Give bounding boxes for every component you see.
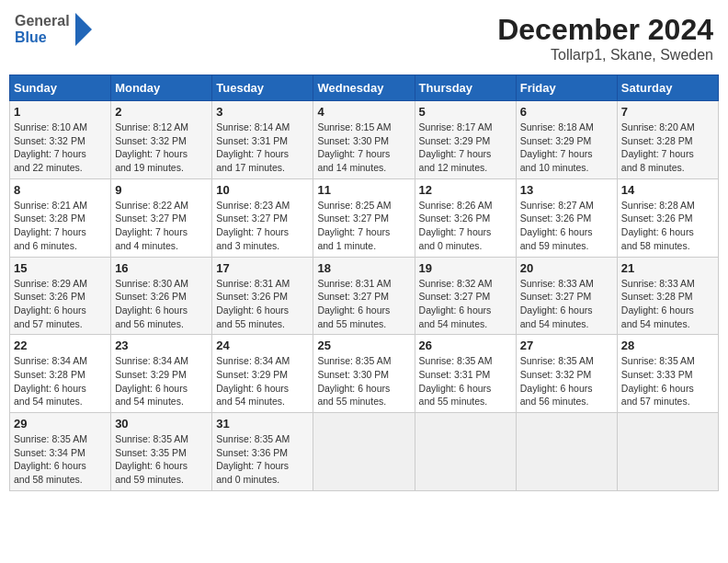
day-info: Sunrise: 8:12 AM Sunset: 3:32 PM Dayligh… <box>115 121 208 175</box>
day-number: 26 <box>419 339 512 352</box>
day-info: Sunrise: 8:35 AM Sunset: 3:31 PM Dayligh… <box>419 354 512 408</box>
day-info: Sunrise: 8:31 AM Sunset: 3:26 PM Dayligh… <box>216 277 309 331</box>
day-cell: 21Sunrise: 8:33 AM Sunset: 3:28 PM Dayli… <box>617 257 718 335</box>
header-cell-sunday: Sunday <box>10 75 111 101</box>
day-info: Sunrise: 8:35 AM Sunset: 3:36 PM Dayligh… <box>216 432 309 487</box>
day-info: Sunrise: 8:29 AM Sunset: 3:26 PM Dayligh… <box>14 277 107 331</box>
day-cell: 1Sunrise: 8:10 AM Sunset: 3:32 PM Daylig… <box>10 101 111 179</box>
day-cell: 9Sunrise: 8:22 AM Sunset: 3:27 PM Daylig… <box>111 178 212 257</box>
day-number: 12 <box>419 183 512 197</box>
day-number: 15 <box>14 261 107 275</box>
day-number: 16 <box>115 261 208 275</box>
day-info: Sunrise: 8:33 AM Sunset: 3:28 PM Dayligh… <box>621 277 714 331</box>
day-number: 20 <box>520 261 613 275</box>
week-row-4: 22Sunrise: 8:34 AM Sunset: 3:28 PM Dayli… <box>10 335 719 413</box>
logo: General Blue <box>15 13 92 46</box>
day-cell: 11Sunrise: 8:25 AM Sunset: 3:27 PM Dayli… <box>313 178 415 257</box>
day-cell: 24Sunrise: 8:34 AM Sunset: 3:29 PM Dayli… <box>212 335 313 413</box>
logo-general: General <box>15 13 70 29</box>
day-cell <box>516 413 617 491</box>
day-cell: 30Sunrise: 8:35 AM Sunset: 3:35 PM Dayli… <box>111 413 212 491</box>
header: General Blue December 2024 Tollarp1, Ska… <box>9 9 719 67</box>
day-number: 21 <box>621 261 714 275</box>
day-cell: 6Sunrise: 8:18 AM Sunset: 3:29 PM Daylig… <box>516 101 617 179</box>
day-cell: 5Sunrise: 8:17 AM Sunset: 3:29 PM Daylig… <box>415 101 516 179</box>
day-cell: 7Sunrise: 8:20 AM Sunset: 3:28 PM Daylig… <box>617 101 718 179</box>
calendar-title: December 2024 <box>497 13 713 47</box>
day-info: Sunrise: 8:34 AM Sunset: 3:29 PM Dayligh… <box>115 354 208 408</box>
week-row-5: 29Sunrise: 8:35 AM Sunset: 3:34 PM Dayli… <box>10 413 719 491</box>
day-number: 23 <box>115 339 208 352</box>
day-cell <box>415 413 516 491</box>
day-cell: 10Sunrise: 8:23 AM Sunset: 3:27 PM Dayli… <box>212 178 313 257</box>
header-cell-thursday: Thursday <box>415 75 516 101</box>
header-cell-saturday: Saturday <box>617 75 718 101</box>
day-info: Sunrise: 8:35 AM Sunset: 3:32 PM Dayligh… <box>520 354 613 408</box>
day-number: 7 <box>621 105 714 119</box>
day-cell: 14Sunrise: 8:28 AM Sunset: 3:26 PM Dayli… <box>617 178 718 257</box>
day-cell: 12Sunrise: 8:26 AM Sunset: 3:26 PM Dayli… <box>415 178 516 257</box>
day-number: 27 <box>520 339 613 352</box>
day-info: Sunrise: 8:20 AM Sunset: 3:28 PM Dayligh… <box>621 121 714 175</box>
day-cell: 17Sunrise: 8:31 AM Sunset: 3:26 PM Dayli… <box>212 257 313 335</box>
day-cell: 16Sunrise: 8:30 AM Sunset: 3:26 PM Dayli… <box>111 257 212 335</box>
day-info: Sunrise: 8:30 AM Sunset: 3:26 PM Dayligh… <box>115 277 208 331</box>
day-cell: 20Sunrise: 8:33 AM Sunset: 3:27 PM Dayli… <box>516 257 617 335</box>
day-info: Sunrise: 8:35 AM Sunset: 3:34 PM Dayligh… <box>14 432 107 487</box>
day-number: 13 <box>520 183 613 197</box>
day-cell: 26Sunrise: 8:35 AM Sunset: 3:31 PM Dayli… <box>415 335 516 413</box>
day-number: 25 <box>317 339 410 352</box>
day-cell: 2Sunrise: 8:12 AM Sunset: 3:32 PM Daylig… <box>111 101 212 179</box>
day-info: Sunrise: 8:10 AM Sunset: 3:32 PM Dayligh… <box>14 121 107 175</box>
day-info: Sunrise: 8:28 AM Sunset: 3:26 PM Dayligh… <box>621 199 714 253</box>
title-area: December 2024 Tollarp1, Skane, Sweden <box>497 13 713 63</box>
calendar-header: SundayMondayTuesdayWednesdayThursdayFrid… <box>10 75 719 101</box>
day-cell: 22Sunrise: 8:34 AM Sunset: 3:28 PM Dayli… <box>10 335 111 413</box>
day-info: Sunrise: 8:14 AM Sunset: 3:31 PM Dayligh… <box>216 121 309 175</box>
day-number: 1 <box>14 105 107 119</box>
day-info: Sunrise: 8:26 AM Sunset: 3:26 PM Dayligh… <box>419 199 512 253</box>
day-number: 8 <box>14 183 107 197</box>
week-row-1: 1Sunrise: 8:10 AM Sunset: 3:32 PM Daylig… <box>10 101 719 179</box>
day-info: Sunrise: 8:33 AM Sunset: 3:27 PM Dayligh… <box>520 277 613 331</box>
calendar-body: 1Sunrise: 8:10 AM Sunset: 3:32 PM Daylig… <box>10 101 719 491</box>
day-number: 4 <box>317 105 410 119</box>
day-cell: 4Sunrise: 8:15 AM Sunset: 3:30 PM Daylig… <box>313 101 415 179</box>
day-info: Sunrise: 8:35 AM Sunset: 3:33 PM Dayligh… <box>621 354 714 408</box>
day-number: 14 <box>621 183 714 197</box>
logo-blue: Blue <box>15 29 70 46</box>
day-number: 30 <box>115 417 208 431</box>
day-info: Sunrise: 8:32 AM Sunset: 3:27 PM Dayligh… <box>419 277 512 331</box>
day-number: 31 <box>216 417 309 431</box>
day-number: 22 <box>14 339 107 352</box>
header-row: SundayMondayTuesdayWednesdayThursdayFrid… <box>10 75 719 101</box>
day-cell: 25Sunrise: 8:35 AM Sunset: 3:30 PM Dayli… <box>313 335 415 413</box>
day-cell <box>313 413 415 491</box>
day-number: 9 <box>115 183 208 197</box>
header-cell-friday: Friday <box>516 75 617 101</box>
header-cell-monday: Monday <box>111 75 212 101</box>
day-number: 28 <box>621 339 714 352</box>
day-number: 29 <box>14 417 107 431</box>
day-number: 10 <box>216 183 309 197</box>
day-cell: 23Sunrise: 8:34 AM Sunset: 3:29 PM Dayli… <box>111 335 212 413</box>
day-info: Sunrise: 8:18 AM Sunset: 3:29 PM Dayligh… <box>520 121 613 175</box>
day-cell: 29Sunrise: 8:35 AM Sunset: 3:34 PM Dayli… <box>10 413 111 491</box>
day-info: Sunrise: 8:22 AM Sunset: 3:27 PM Dayligh… <box>115 199 208 253</box>
day-number: 18 <box>317 261 410 275</box>
day-number: 3 <box>216 105 309 119</box>
day-cell: 13Sunrise: 8:27 AM Sunset: 3:26 PM Dayli… <box>516 178 617 257</box>
week-row-3: 15Sunrise: 8:29 AM Sunset: 3:26 PM Dayli… <box>10 257 719 335</box>
header-cell-wednesday: Wednesday <box>313 75 415 101</box>
day-number: 24 <box>216 339 309 352</box>
day-cell <box>617 413 718 491</box>
calendar-subtitle: Tollarp1, Skane, Sweden <box>497 47 713 63</box>
day-cell: 27Sunrise: 8:35 AM Sunset: 3:32 PM Dayli… <box>516 335 617 413</box>
day-info: Sunrise: 8:35 AM Sunset: 3:30 PM Dayligh… <box>317 354 410 408</box>
day-number: 2 <box>115 105 208 119</box>
day-number: 5 <box>419 105 512 119</box>
day-cell: 31Sunrise: 8:35 AM Sunset: 3:36 PM Dayli… <box>212 413 313 491</box>
day-cell: 18Sunrise: 8:31 AM Sunset: 3:27 PM Dayli… <box>313 257 415 335</box>
day-cell: 8Sunrise: 8:21 AM Sunset: 3:28 PM Daylig… <box>10 178 111 257</box>
day-cell: 19Sunrise: 8:32 AM Sunset: 3:27 PM Dayli… <box>415 257 516 335</box>
